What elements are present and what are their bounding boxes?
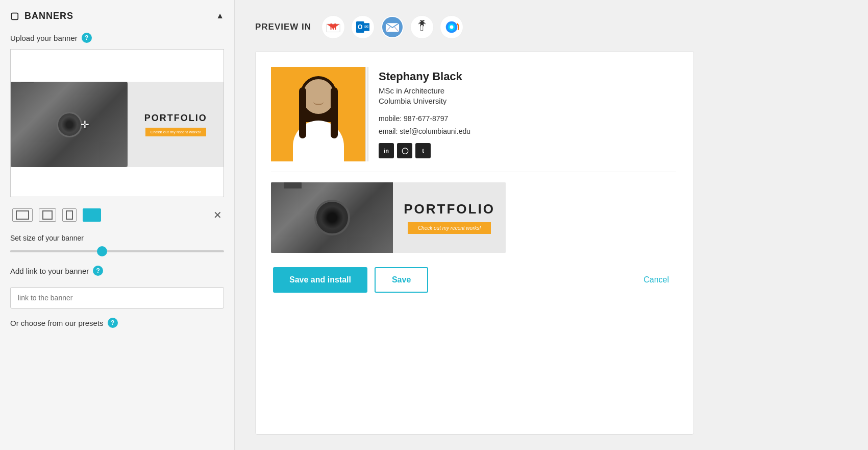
camera-lens bbox=[57, 112, 82, 137]
sig-social: in ◯ t bbox=[379, 143, 470, 158]
size-full-button[interactable] bbox=[12, 208, 33, 222]
banner-section: PORTFOLIO Check out my recent works! bbox=[271, 182, 676, 253]
svg-text:✉: ✉ bbox=[364, 24, 368, 30]
banners-panel-icon: ▢ bbox=[10, 10, 19, 21]
cancel-button[interactable]: Cancel bbox=[638, 268, 674, 292]
svg-rect-3 bbox=[87, 211, 91, 215]
signature-container: Stephany Black MSc in Architecture Colum… bbox=[271, 67, 676, 172]
portfolio-cta-small: Check out my recent works! bbox=[145, 128, 206, 136]
panel-title-text: BANNERS bbox=[24, 11, 73, 21]
signature-info: Stephany Black MSc in Architecture Colum… bbox=[367, 67, 470, 161]
svg-rect-5 bbox=[87, 216, 91, 219]
banner-preview-image: PORTFOLIO Check out my recent works! ✛ bbox=[11, 50, 224, 197]
instagram-button[interactable]: ◯ bbox=[397, 143, 412, 158]
size-controls: ✕ bbox=[10, 204, 224, 226]
apple-mail-icon[interactable] bbox=[381, 15, 404, 39]
upload-banner-label: Upload your banner ? bbox=[10, 33, 224, 43]
client-icons: M O ✉ bbox=[321, 15, 463, 39]
slider-thumb[interactable] bbox=[97, 246, 107, 256]
outlook-icon[interactable]: O ✉ bbox=[351, 15, 375, 39]
size-small-button[interactable] bbox=[62, 208, 77, 222]
sig-title: MSc in Architecture bbox=[379, 85, 470, 97]
link-input[interactable] bbox=[10, 287, 224, 309]
close-banner-button[interactable]: ✕ bbox=[213, 209, 222, 221]
thunderbird-icon[interactable] bbox=[440, 15, 463, 39]
banner-image-inner: PORTFOLIO Check out my recent works! ✛ bbox=[11, 82, 224, 167]
size-medium-button[interactable] bbox=[39, 208, 56, 222]
presets-help-icon[interactable]: ? bbox=[108, 318, 118, 328]
banner-preview-large: PORTFOLIO Check out my recent works! bbox=[271, 182, 506, 253]
sig-name: Stephany Black bbox=[379, 70, 470, 83]
size-slider-container[interactable] bbox=[10, 248, 224, 254]
add-link-label: Add link to your banner ? bbox=[10, 266, 224, 276]
slider-track bbox=[10, 250, 224, 252]
upload-help-icon[interactable]: ? bbox=[82, 33, 92, 43]
collapse-button[interactable]: ▲ bbox=[216, 11, 224, 20]
camera-shape bbox=[11, 82, 128, 167]
slider-fill bbox=[10, 250, 102, 252]
banner-upload-area[interactable]: PORTFOLIO Check out my recent works! ✛ bbox=[10, 49, 224, 197]
svg-rect-2 bbox=[66, 211, 72, 219]
portfolio-text-area: PORTFOLIO Check out my recent works! bbox=[128, 82, 224, 167]
svg-rect-1 bbox=[43, 211, 52, 219]
camera-large bbox=[271, 182, 393, 253]
svg-rect-6 bbox=[92, 216, 97, 219]
avatar-placeholder bbox=[271, 67, 365, 161]
gmail-icon[interactable]: M bbox=[321, 15, 345, 39]
add-link-section: Add link to your banner ? bbox=[10, 266, 224, 309]
link-help-icon[interactable]: ? bbox=[93, 266, 103, 276]
right-panel: PREVIEW IN M O bbox=[235, 0, 868, 450]
preview-in-label: PREVIEW IN bbox=[255, 22, 311, 32]
vertical-separator bbox=[365, 67, 366, 161]
twitter-button[interactable]: t bbox=[415, 143, 431, 158]
svg-text:O: O bbox=[358, 23, 362, 31]
save-button[interactable]: Save bbox=[375, 267, 428, 293]
camera-lens-large bbox=[314, 200, 350, 235]
sig-company: Columbia University bbox=[379, 97, 470, 105]
action-footer: Save and install Save Cancel bbox=[271, 267, 676, 293]
size-grid-button[interactable] bbox=[83, 208, 101, 222]
set-size-label: Set size of your banner bbox=[10, 234, 224, 242]
portfolio-title-small: PORTFOLIO bbox=[144, 113, 207, 124]
apple-icon[interactable]:  bbox=[410, 15, 434, 39]
svg-rect-4 bbox=[92, 211, 97, 215]
sig-mobile: mobile: 987-677-8797 bbox=[379, 112, 470, 125]
svg-text:M: M bbox=[330, 22, 337, 31]
presets-label: Or choose from our presets ? bbox=[10, 318, 224, 328]
portfolio-cta-large: Check out my recent works! bbox=[408, 222, 491, 234]
left-panel: ▢ BANNERS ▲ Upload your banner ? PORTFOL… bbox=[0, 0, 235, 450]
portfolio-area-large: PORTFOLIO Check out my recent works! bbox=[393, 182, 506, 253]
svg-point-22 bbox=[450, 26, 454, 29]
save-and-install-button[interactable]: Save and install bbox=[273, 267, 367, 293]
svg-rect-0 bbox=[16, 211, 29, 219]
panel-header: ▢ BANNERS ▲ bbox=[10, 10, 224, 21]
preview-header: PREVIEW IN M O bbox=[255, 15, 848, 39]
sig-email: email: stef@columbiauni.edu bbox=[379, 125, 470, 138]
linkedin-button[interactable]: in bbox=[379, 143, 394, 158]
portfolio-title-large: PORTFOLIO bbox=[404, 201, 495, 217]
email-preview-card: Stephany Black MSc in Architecture Colum… bbox=[255, 51, 694, 435]
panel-title: ▢ BANNERS bbox=[10, 10, 73, 21]
presets-section: Or choose from our presets ? bbox=[10, 318, 224, 328]
